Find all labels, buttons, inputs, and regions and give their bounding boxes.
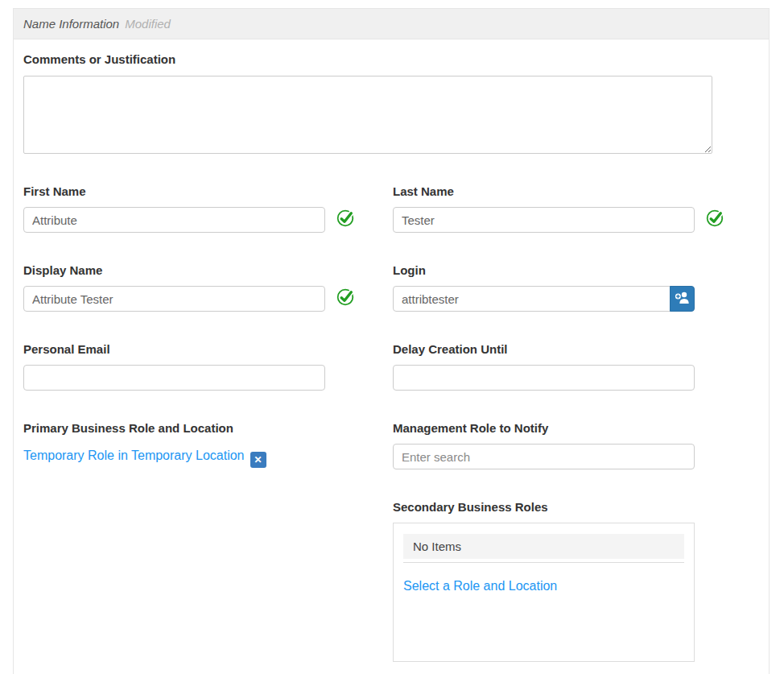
comments-group: Comments or Justification <box>23 52 695 154</box>
user-plus-icon <box>675 291 690 307</box>
first-name-input[interactable] <box>23 207 325 233</box>
last-name-group: Last Name <box>393 184 695 233</box>
remove-primary-role-button[interactable]: ✕ <box>250 452 266 468</box>
generate-login-button[interactable] <box>670 286 695 312</box>
delay-creation-input[interactable] <box>393 365 695 391</box>
display-name-valid-check-icon <box>336 288 354 306</box>
panel-status-modified: Modified <box>125 17 171 31</box>
name-information-panel: Name Information Modified Comments or Ju… <box>13 8 770 674</box>
first-name-group: First Name <box>23 184 325 233</box>
personal-email-label: Personal Email <box>23 342 325 357</box>
panel-title: Name Information <box>23 17 119 31</box>
select-role-link[interactable]: Select a Role and Location <box>403 579 557 593</box>
delay-creation-label: Delay Creation Until <box>393 342 695 357</box>
display-name-input[interactable] <box>23 286 325 312</box>
login-group: Login <box>393 263 695 312</box>
first-name-valid-check-icon <box>336 209 354 227</box>
personal-email-input[interactable] <box>23 365 325 391</box>
primary-role-link[interactable]: Temporary Role in Temporary Location <box>23 449 245 462</box>
management-role-group: Management Role to Notify <box>393 421 695 469</box>
delay-creation-group: Delay Creation Until <box>393 342 695 391</box>
management-role-label: Management Role to Notify <box>393 421 695 436</box>
secondary-roles-group: Secondary Business Roles No Items Select… <box>393 500 695 662</box>
display-name-label: Display Name <box>23 263 325 278</box>
no-items-row: No Items <box>403 534 684 559</box>
secondary-roles-label: Secondary Business Roles <box>393 500 695 515</box>
roles-separator <box>403 562 684 563</box>
primary-role-group: Primary Business Role and Location Tempo… <box>23 421 325 469</box>
personal-email-group: Personal Email <box>23 342 325 391</box>
primary-role-label: Primary Business Role and Location <box>23 421 325 436</box>
login-input[interactable] <box>393 286 671 312</box>
secondary-roles-box: No Items Select a Role and Location <box>393 523 695 662</box>
login-label: Login <box>393 263 695 278</box>
management-role-search-input[interactable] <box>393 444 695 469</box>
first-name-label: First Name <box>23 184 325 199</box>
last-name-valid-check-icon <box>706 209 724 227</box>
panel-header: Name Information Modified <box>14 9 769 39</box>
panel-body: Comments or Justification First Name Las… <box>14 39 769 674</box>
remove-x-icon: ✕ <box>254 455 262 465</box>
display-name-group: Display Name <box>23 263 325 312</box>
last-name-input[interactable] <box>393 207 695 233</box>
last-name-label: Last Name <box>393 184 695 199</box>
comments-textarea[interactable] <box>23 76 712 154</box>
comments-label: Comments or Justification <box>23 52 695 67</box>
